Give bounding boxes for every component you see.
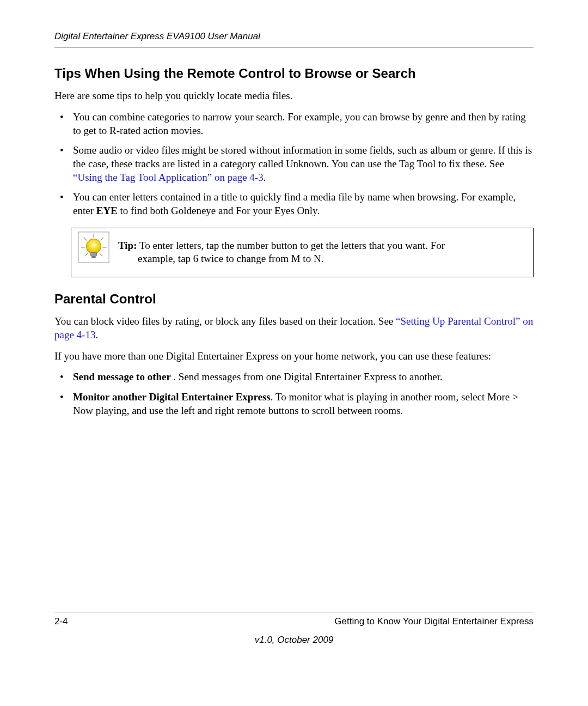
bold-text: Send message to other — [73, 371, 173, 382]
chapter-title: Getting to Know Your Digital Entertainer… — [334, 616, 534, 628]
section-heading-tips: Tips When Using the Remote Control to Br… — [54, 65, 534, 82]
list-item: You can enter letters contained in a tit… — [54, 191, 534, 217]
paragraph: If you have more than one Digital Entert… — [54, 350, 534, 363]
tips-list: You can combine categories to narrow you… — [54, 111, 534, 218]
list-item: Send message to other . Send messages fr… — [54, 370, 534, 384]
list-item: Some audio or video files might be store… — [54, 144, 534, 184]
tip-callout: Tip: To enter letters, tap the number bu… — [71, 228, 534, 277]
tip-text: Tip: To enter letters, tap the number bu… — [116, 228, 533, 277]
list-item: Monitor another Digital Entertainer Expr… — [54, 391, 534, 417]
paragraph-text: . — [95, 329, 98, 340]
footer-rule — [54, 612, 534, 612]
tip-label: Tip: — [118, 240, 137, 251]
svg-rect-9 — [91, 252, 97, 256]
bold-text: EYE — [96, 205, 118, 216]
list-item-text: . Send messages from one Digital Enterta… — [173, 371, 442, 382]
features-list: Send message to other . Send messages fr… — [54, 370, 534, 417]
paragraph: You can block video files by rating, or … — [54, 315, 534, 342]
running-header: Digital Entertainer Express EVA9100 User… — [54, 31, 534, 47]
paragraph-text: You can block video files by rating, or … — [54, 315, 396, 327]
list-item-text: . — [264, 172, 266, 183]
svg-point-8 — [86, 239, 101, 253]
cross-reference-link[interactable]: “Using the Tag Tool Application” on page… — [73, 172, 264, 183]
svg-rect-10 — [91, 256, 95, 258]
intro-paragraph: Here are some tips to help you quickly l… — [54, 89, 534, 103]
bold-text: Monitor another Digital Entertainer Expr… — [73, 391, 271, 403]
manual-page: Digital Entertainer Express EVA9100 User… — [0, 0, 588, 706]
section-heading-parental: Parental Control — [54, 290, 534, 307]
tip-line: example, tap 6 twice to change from M to… — [118, 252, 525, 266]
page-number: 2-4 — [54, 616, 68, 628]
list-item-text: Some audio or video files might be store… — [73, 144, 532, 169]
list-item: You can combine categories to narrow you… — [54, 111, 534, 137]
page-footer: 2-4 Getting to Know Your Digital Enterta… — [54, 612, 534, 646]
tip-line: To enter letters, tap the number button … — [137, 240, 445, 251]
list-item-text: You can combine categories to narrow you… — [73, 111, 526, 136]
list-item-text: to find both Goldeneye and For your Eyes… — [118, 205, 320, 216]
tip-icon-cell — [71, 228, 116, 277]
lightbulb-icon — [78, 232, 109, 263]
version-line: v1.0, October 2009 — [54, 634, 534, 646]
